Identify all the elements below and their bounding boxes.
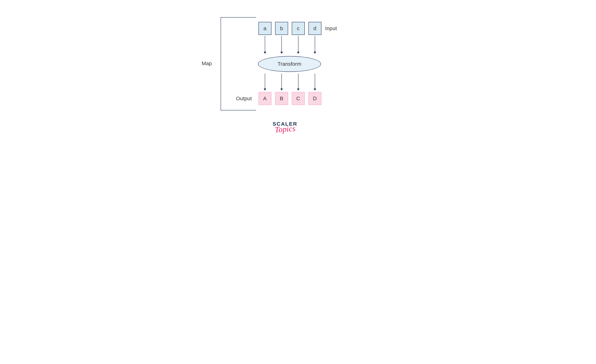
arrow-out-2 xyxy=(282,74,282,90)
output-box-c: C xyxy=(292,92,305,105)
arrow-out-1 xyxy=(265,74,265,90)
input-box-a: a xyxy=(259,22,271,35)
diagram-canvas: Map a b c d Input Transform Output A B C… xyxy=(167,0,430,161)
input-box-c: c xyxy=(292,22,305,35)
brand-logo: SCALER Topics xyxy=(273,121,297,134)
input-label: Input xyxy=(325,25,337,31)
map-label: Map xyxy=(202,60,212,67)
output-box-a: A xyxy=(259,92,271,105)
brand-logo-line2: Topics xyxy=(272,124,298,134)
arrow-out-4 xyxy=(315,74,315,90)
input-box-d: d xyxy=(308,22,321,35)
output-label: Output xyxy=(236,96,252,102)
arrow-out-3 xyxy=(298,74,298,90)
output-box-d: D xyxy=(308,92,321,105)
arrow-in-4 xyxy=(315,36,315,53)
transform-node: Transform xyxy=(258,56,321,72)
input-box-b: b xyxy=(275,22,288,35)
output-box-b: B xyxy=(275,92,288,105)
arrow-in-3 xyxy=(298,36,298,53)
arrow-in-1 xyxy=(265,36,265,53)
arrow-in-2 xyxy=(282,36,282,53)
